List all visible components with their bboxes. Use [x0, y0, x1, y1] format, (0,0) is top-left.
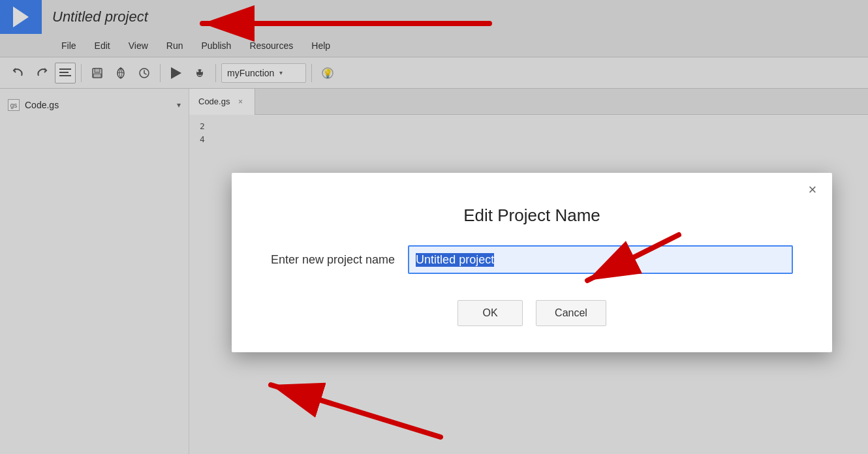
ok-button[interactable]: OK: [457, 300, 523, 326]
edit-project-name-dialog: × Edit Project Name Enter new project na…: [232, 173, 832, 352]
dialog-close-row: ×: [232, 173, 832, 199]
dialog-buttons: OK Cancel: [232, 300, 832, 352]
cancel-button[interactable]: Cancel: [536, 300, 606, 326]
dialog-close-button[interactable]: ×: [803, 181, 822, 199]
dialog-field-row: Enter new project name: [232, 245, 832, 300]
project-name-input[interactable]: [408, 245, 793, 274]
dialog-field-label: Enter new project name: [271, 253, 395, 267]
dialog-title: Edit Project Name: [232, 199, 832, 245]
